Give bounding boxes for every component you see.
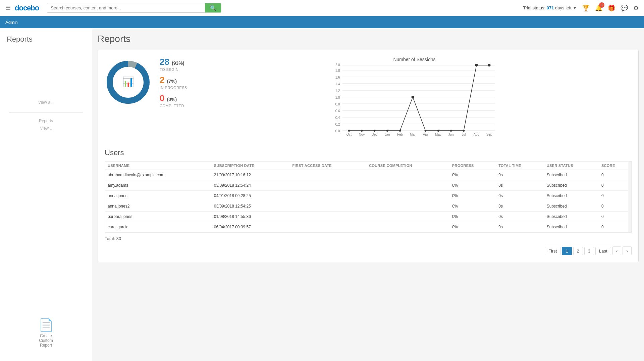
svg-point-37	[475, 64, 478, 66]
svg-text:1.0: 1.0	[335, 96, 340, 99]
cell-score: 0	[599, 201, 631, 212]
pagination-first[interactable]: First	[545, 247, 560, 255]
nav-right: Trial status: 971 days left ▼ 🏆 🔔 3 🎁 💬 …	[523, 4, 639, 12]
table-row: amy.adams 03/09/2018 12:54:24 0% 0s Subs…	[105, 180, 631, 191]
trophy-icon[interactable]: 🏆	[582, 4, 590, 12]
svg-text:0.6: 0.6	[335, 109, 340, 113]
search-button[interactable]: 🔍	[205, 3, 221, 12]
cell-username: anna.jones2	[105, 201, 211, 212]
admin-bar: Admin	[0, 16, 644, 28]
cell-course-completion	[366, 201, 449, 212]
svg-point-38	[488, 64, 490, 66]
svg-text:📊: 📊	[122, 76, 134, 87]
hamburger-icon[interactable]: ☰	[5, 4, 11, 12]
pagination-prev[interactable]: ‹	[612, 246, 622, 255]
svg-point-31	[399, 130, 401, 132]
stats-list: 28 (93%) TO BEGIN 2 (7%) IN PROGRESS	[160, 57, 187, 108]
stat-count-to-begin: 28 (93%)	[160, 57, 187, 67]
cell-username: barbara.jones	[105, 212, 211, 222]
col-username: USERNAME	[105, 162, 211, 170]
table-row: carol.garcia 06/04/2017 00:39:57 0% 0s S…	[105, 222, 631, 232]
col-course-completion: COURSE COMPLETION	[366, 162, 449, 170]
table-row: anna.jones 04/01/2018 09:28:25 0% 0s Sub…	[105, 191, 631, 201]
cell-total-time: 0s	[496, 191, 544, 201]
svg-text:1.6: 1.6	[335, 76, 340, 79]
pagination-page-1[interactable]: 1	[562, 247, 572, 255]
stat-in-progress: 2 (7%) IN PROGRESS	[160, 75, 187, 90]
svg-text:1.2: 1.2	[335, 89, 340, 93]
svg-text:Feb: Feb	[397, 133, 403, 136]
svg-text:Dec: Dec	[372, 133, 378, 136]
cell-user-status: Subscribed	[544, 222, 599, 232]
table-row: barbara.jones 01/08/2018 14:55:36 0% 0s …	[105, 212, 631, 222]
page-title: Reports	[98, 34, 639, 44]
cell-course-completion	[366, 222, 449, 232]
create-report-label: CreateCustomReport	[39, 333, 53, 348]
cell-progress: 0%	[449, 222, 496, 232]
gear-icon[interactable]: ⚙	[633, 4, 639, 12]
search-input[interactable]	[47, 3, 205, 12]
svg-text:Oct: Oct	[346, 133, 352, 136]
svg-text:0.4: 0.4	[335, 116, 340, 120]
cell-score: 0	[599, 170, 631, 180]
table-header: USERNAME SUBSCRIPTION DATE FIRST ACCESS …	[105, 162, 631, 170]
pagination-page-3[interactable]: 3	[584, 247, 594, 255]
top-nav: ☰ docebo 🔍 Trial status: 971 days left ▼…	[0, 0, 644, 16]
cell-total-time: 0s	[496, 170, 544, 180]
cell-total-time: 0s	[496, 180, 544, 191]
pagination-last[interactable]: Last	[595, 247, 611, 255]
pagination-page-2[interactable]: 2	[573, 247, 583, 255]
cell-course-completion	[366, 170, 449, 180]
main-layout: Reports View a... Reports View... 📄 Crea…	[0, 28, 644, 361]
cell-progress: 0%	[449, 212, 496, 222]
cell-total-time: 0s	[496, 222, 544, 232]
cell-score: 0	[599, 222, 631, 232]
svg-point-29	[373, 130, 375, 132]
create-report-icon: 📄	[39, 318, 54, 332]
cell-score: 0	[599, 180, 631, 191]
sidebar-reports-title: Reports	[7, 35, 85, 44]
chart-section: Number of Sessions 0.0 0.2 0.4 0.6 0.8 1…	[197, 57, 632, 138]
cell-subscription-date: 03/09/2018 12:54:25	[211, 201, 290, 212]
stat-label-completed: COMPLETED	[160, 104, 187, 108]
pagination: First 1 2 3 Last ‹ ›	[105, 246, 632, 255]
cell-total-time: 0s	[496, 212, 544, 222]
sidebar-view-link[interactable]: View a...	[32, 100, 60, 105]
cell-user-status: Subscribed	[544, 180, 599, 191]
chat-icon[interactable]: 💬	[621, 4, 628, 12]
total-row: Total: 30	[105, 236, 632, 241]
logo: docebo	[15, 4, 39, 12]
svg-point-33	[424, 130, 426, 132]
cell-progress: 0%	[449, 201, 496, 212]
sidebar-view-link2[interactable]: View...	[33, 126, 58, 131]
svg-text:0.0: 0.0	[335, 129, 340, 133]
svg-point-30	[386, 130, 388, 132]
svg-text:Apr: Apr	[423, 133, 428, 136]
cell-progress: 0%	[449, 180, 496, 191]
svg-text:0.8: 0.8	[335, 102, 340, 106]
cell-subscription-date: 06/04/2017 00:39:57	[211, 222, 290, 232]
cell-user-status: Subscribed	[544, 201, 599, 212]
svg-text:Sep: Sep	[486, 133, 492, 136]
svg-point-28	[361, 130, 363, 132]
svg-text:Aug: Aug	[474, 133, 480, 136]
bell-icon[interactable]: 🔔 3	[595, 4, 602, 12]
cell-first-access-date	[289, 180, 366, 191]
donut-chart: 📊	[105, 59, 152, 106]
pagination-next[interactable]: ›	[623, 246, 632, 255]
cell-username: amy.adams	[105, 180, 211, 191]
svg-text:1.8: 1.8	[335, 69, 340, 73]
scrollbar[interactable]	[628, 162, 631, 232]
svg-text:Jul: Jul	[462, 133, 466, 136]
stat-to-begin: 28 (93%) TO BEGIN	[160, 57, 187, 72]
cell-course-completion	[366, 212, 449, 222]
cell-user-status: Subscribed	[544, 191, 599, 201]
stat-count-completed: 0 (0%)	[160, 93, 187, 103]
col-progress: PROGRESS	[449, 162, 496, 170]
svg-text:Nov: Nov	[359, 133, 365, 136]
svg-text:1.4: 1.4	[335, 82, 340, 86]
sidebar: Reports View a... Reports View... 📄 Crea…	[0, 28, 92, 361]
gift-icon[interactable]: 🎁	[608, 4, 615, 12]
svg-point-32	[411, 96, 414, 98]
cell-user-status: Subscribed	[544, 170, 599, 180]
